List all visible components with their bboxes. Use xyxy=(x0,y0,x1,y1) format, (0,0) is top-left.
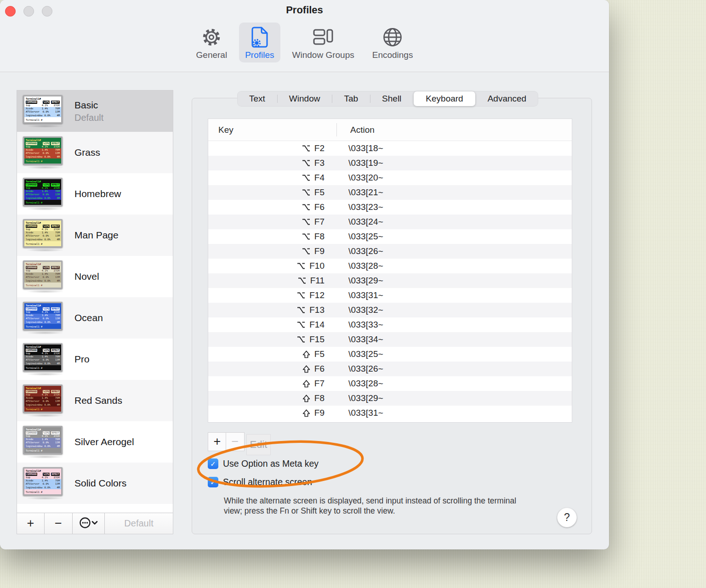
add-profile-button[interactable]: + xyxy=(17,513,45,534)
thumb-process-row: loginwindow0.0%4M xyxy=(24,238,61,241)
process-cpu: 0.0% xyxy=(40,482,49,486)
toolbar-item-window-groups[interactable]: Window Groups xyxy=(286,23,360,62)
process-cpu: 0.0% xyxy=(42,279,50,283)
profile-row-homebrew[interactable]: Terminal1#COMMAND%CPURPRVTtop4.1%231KXco… xyxy=(17,173,173,215)
table-row[interactable]: F14\033[33~ xyxy=(208,317,572,332)
more-options-button[interactable] xyxy=(73,513,105,534)
option-key-icon xyxy=(302,218,310,226)
table-row[interactable]: F6\033[23~ xyxy=(208,200,572,215)
table-row[interactable]: F2\033[18~ xyxy=(208,141,572,156)
use-option-as-meta-checkbox-row[interactable]: ✓ Use Option as Meta key xyxy=(208,458,319,469)
thumb-process-row: loginwindow0.0%4M xyxy=(24,279,61,283)
thumb-title-text: Terminal1# xyxy=(24,263,61,266)
table-row[interactable]: F8\033[25~ xyxy=(208,229,572,244)
scroll-alternate-screen-checkbox-row[interactable]: ✓ Scroll alternate screen xyxy=(208,477,312,487)
table-row[interactable]: F5\033[21~ xyxy=(208,185,572,200)
thumb-header-chip: COMMAND xyxy=(26,431,37,435)
tab-shell[interactable]: Shell xyxy=(370,91,413,107)
checkbox-checked-icon[interactable]: ✓ xyxy=(208,458,218,469)
default-profile-button[interactable]: Default xyxy=(105,513,173,534)
thumb-header-chip: %CPU xyxy=(43,266,50,269)
thumb-title-text: Terminal1# xyxy=(24,345,61,349)
titlebar: Profiles GeneralProfilesWindow GroupsEnc… xyxy=(0,0,609,72)
scroll-alternate-screen-label: Scroll alternate screen xyxy=(223,477,312,487)
process-cpu: 0.0% xyxy=(42,155,50,158)
table-row[interactable]: F9\033[26~ xyxy=(208,244,572,259)
option-key-icon xyxy=(297,262,305,270)
process-mem: 13M xyxy=(49,110,60,113)
profile-thumbnail: Terminal1#COMMAND%CPURPRVTtop4.1%231KXco… xyxy=(23,95,69,128)
profile-row-pro[interactable]: Terminal1#COMMAND%CPURPRVTtop4.1%231KXco… xyxy=(17,339,173,380)
process-name: Xcode xyxy=(26,438,38,441)
table-row[interactable]: F12\033[31~ xyxy=(208,288,572,303)
checkbox-checked-icon[interactable]: ✓ xyxy=(208,477,218,487)
key-cell: F11 xyxy=(208,276,336,286)
tab-keyboard[interactable]: Keyboard xyxy=(414,91,475,106)
table-row[interactable]: F4\033[20~ xyxy=(208,170,572,185)
remove-key-mapping-button[interactable]: − xyxy=(226,432,245,451)
thumb-prompt-text: Terminal1 # xyxy=(24,325,61,328)
key-cell: F4 xyxy=(208,173,336,183)
toolbar-item-profiles[interactable]: Profiles xyxy=(239,23,280,62)
process-mem: 4M xyxy=(51,114,60,117)
edit-key-mapping-button[interactable]: Edit xyxy=(246,434,271,455)
table-row[interactable]: F7\033[24~ xyxy=(208,215,572,229)
thumb-header-chip: %CPU xyxy=(43,307,50,311)
profile-row-grass[interactable]: Terminal1#COMMAND%CPURPRVTtop4.1%231KXco… xyxy=(17,132,173,173)
add-key-mapping-button[interactable]: + xyxy=(208,432,227,451)
remove-profile-button[interactable]: − xyxy=(45,513,73,534)
profile-row-novel[interactable]: Terminal1#COMMAND%CPURPRVTtop4.1%231KXco… xyxy=(17,256,173,297)
thumb-process-row: Xcode1.4%78M xyxy=(24,438,61,441)
thumb-header-chip: RPRVT xyxy=(51,473,60,476)
desktop-background: Profiles GeneralProfilesWindow GroupsEnc… xyxy=(0,0,706,588)
tab-tab[interactable]: Tab xyxy=(332,91,370,107)
thumb-header-chip: COMMAND xyxy=(26,307,37,311)
profile-row-basic[interactable]: Terminal1#COMMAND%CPURPRVTtop4.1%231KXco… xyxy=(17,90,173,132)
option-key-icon xyxy=(302,233,310,240)
process-name: top xyxy=(26,145,38,148)
key-cell: F6 xyxy=(208,364,336,374)
profile-row-ocean[interactable]: Terminal1#COMMAND%CPURPRVTtop4.1%231KXco… xyxy=(17,297,173,339)
table-row[interactable]: F7\033[28~ xyxy=(208,376,572,391)
key-cell: F15 xyxy=(208,334,336,345)
tab-advanced[interactable]: Advanced xyxy=(476,91,539,107)
option-key-icon xyxy=(297,306,305,314)
process-name: loginwindow xyxy=(26,403,42,407)
profile-text: Silver Aerogel xyxy=(74,436,134,447)
process-cpu: 1.4% xyxy=(38,190,48,193)
process-mem: 78M xyxy=(48,355,60,358)
table-row[interactable]: F5\033[25~ xyxy=(208,347,572,362)
process-cpu: 4.1% xyxy=(38,393,48,396)
toolbar-item-label: Window Groups xyxy=(292,50,354,60)
help-button[interactable]: ? xyxy=(557,508,577,527)
process-cpu: 0.0% xyxy=(40,441,49,444)
table-row[interactable]: F3\033[19~ xyxy=(208,156,572,170)
process-cpu: 0.0% xyxy=(40,276,49,279)
shift-key-icon xyxy=(302,395,310,402)
tab-text[interactable]: Text xyxy=(237,91,277,107)
table-row[interactable]: F10\033[28~ xyxy=(208,259,572,273)
key-cell: F5 xyxy=(208,349,336,359)
profile-row-solid-colors[interactable]: Terminal1#COMMAND%CPURPRVTtop4.1%231KXco… xyxy=(17,463,173,504)
table-row[interactable]: F11\033[29~ xyxy=(208,273,572,288)
keyboard-shortcut-table: Key Action F2\033[18~F3\033[19~F4\033[20… xyxy=(208,119,572,423)
table-row[interactable]: F9\033[31~ xyxy=(208,406,572,420)
toolbar-item-encodings[interactable]: Encodings xyxy=(366,23,419,62)
key-label: F7 xyxy=(314,379,325,389)
tab-window[interactable]: Window xyxy=(277,91,332,107)
profile-row-man-page[interactable]: Terminal1#COMMAND%CPURPRVTtop4.1%231KXco… xyxy=(17,215,173,256)
table-row[interactable]: F13\033[32~ xyxy=(208,303,572,317)
profile-name: Silver Aerogel xyxy=(74,436,134,447)
profile-row-silver-aerogel[interactable]: Terminal1#COMMAND%CPURPRVTtop4.1%231KXco… xyxy=(17,421,173,463)
gear-icon xyxy=(201,25,222,49)
table-row[interactable]: F8\033[29~ xyxy=(208,391,572,406)
profile-row-red-sands[interactable]: Terminal1#COMMAND%CPURPRVTtop4.1%231KXco… xyxy=(17,380,173,421)
key-label: F12 xyxy=(309,290,325,300)
table-row[interactable]: F15\033[34~ xyxy=(208,332,572,347)
process-cpu: 4.1% xyxy=(38,476,48,479)
toolbar-item-general[interactable]: General xyxy=(190,23,233,62)
table-row[interactable]: F6\033[26~ xyxy=(208,362,572,376)
process-mem: 78M xyxy=(48,314,60,317)
process-mem: 13M xyxy=(49,234,60,237)
key-cell: F12 xyxy=(208,290,336,300)
